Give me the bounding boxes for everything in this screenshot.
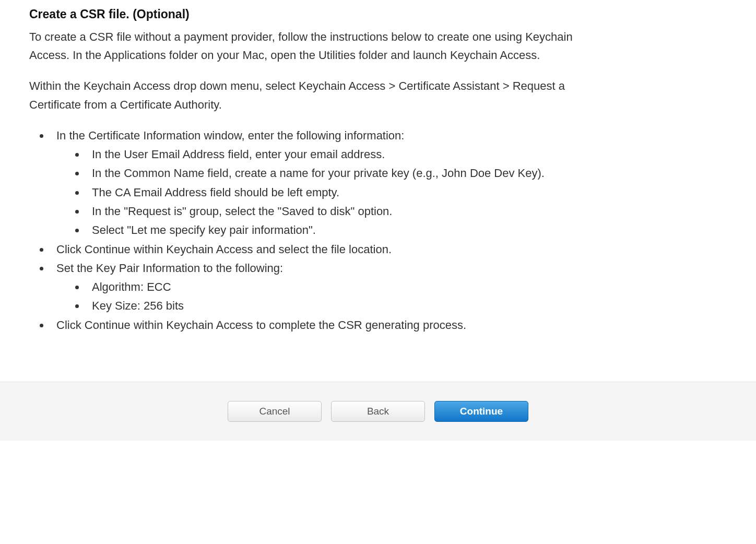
list-item-continue-location: Click Continue within Keychain Access an… <box>50 240 645 259</box>
list-item-text: In the Certificate Information window, e… <box>56 129 404 142</box>
list-item-cert-info: In the Certificate Information window, e… <box>50 126 645 240</box>
sublist-item: Key Size: 256 bits <box>86 297 645 315</box>
sublist-item: Select "Let me specify key pair informat… <box>86 221 645 240</box>
sublist-item: In the User Email Address field, enter y… <box>86 145 645 164</box>
instructions-content: Create a CSR file. (Optional) To create … <box>0 0 756 356</box>
section-heading: Create a CSR file. (Optional) <box>29 7 727 21</box>
sublist-item: In the "Request is" group, select the "S… <box>86 202 645 221</box>
sublist-item: Algorithm: ECC <box>86 278 645 297</box>
list-item-complete: Click Continue within Keychain Access to… <box>50 316 645 335</box>
sublist-item: In the Common Name field, create a name … <box>86 164 645 183</box>
instruction-list: In the Certificate Information window, e… <box>29 126 645 335</box>
sublist-item: The CA Email Address field should be lef… <box>86 183 645 202</box>
list-item-keypair: Set the Key Pair Information to the foll… <box>50 259 645 316</box>
intro-paragraph-2: Within the Keychain Access drop down men… <box>29 77 614 113</box>
list-item-text: Set the Key Pair Information to the foll… <box>56 262 283 275</box>
cancel-button[interactable]: Cancel <box>228 401 322 422</box>
back-button[interactable]: Back <box>331 401 425 422</box>
intro-paragraph-1: To create a CSR file without a payment p… <box>29 28 614 64</box>
sublist-cert-info: In the User Email Address field, enter y… <box>56 145 645 240</box>
sublist-keypair: Algorithm: ECC Key Size: 256 bits <box>56 278 645 316</box>
continue-button[interactable]: Continue <box>434 401 528 422</box>
footer-button-bar: Cancel Back Continue <box>0 382 756 441</box>
